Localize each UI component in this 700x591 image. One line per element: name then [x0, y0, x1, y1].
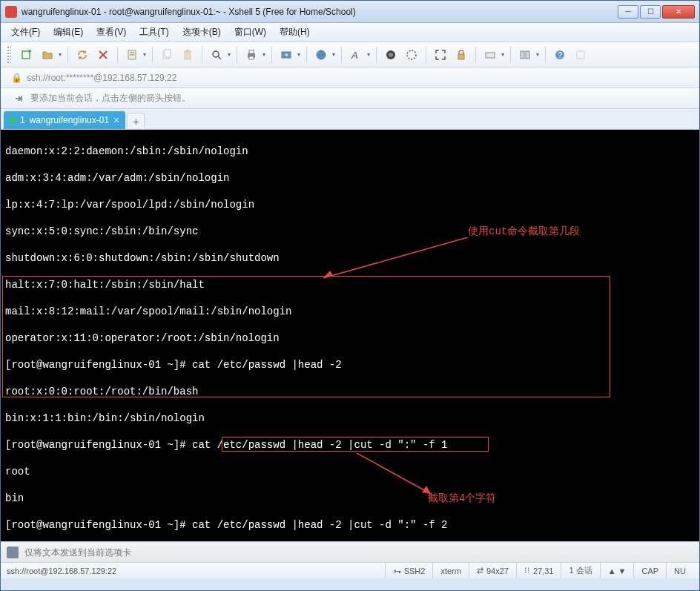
ssh-icon: 🗝 [393, 567, 401, 575]
terminal-line: adm:x:3:4:adm:/var/adm:/sbin/nologin [5, 171, 695, 185]
status-size: ⇄94x27 [469, 563, 516, 578]
close-button[interactable]: ✕ [662, 5, 695, 19]
tab-label: wangruifenglinux-01 [30, 115, 109, 125]
about-button[interactable] [572, 47, 589, 63]
menu-tools[interactable]: 工具(T) [133, 24, 174, 41]
find-button[interactable] [208, 47, 225, 63]
chevron-down-icon[interactable]: ▾ [367, 51, 370, 58]
menu-file[interactable]: 文件(F) [5, 24, 46, 41]
print-button[interactable] [243, 47, 260, 63]
terminal[interactable]: daemon:x:2:2:daemon:/sbin:/sbin/nologin … [1, 130, 699, 541]
menu-help[interactable]: 帮助(H) [274, 24, 316, 41]
tab-index: 1 [20, 115, 25, 125]
send-input[interactable] [24, 547, 693, 558]
minimize-button[interactable]: ─ [618, 5, 638, 19]
terminal-line: [root@wangruifenglinux-01 ~]# cat /etc/p… [5, 518, 695, 532]
tabs-bar: 1 wangruifenglinux-01 × + [1, 109, 699, 130]
chevron-down-icon[interactable]: ▾ [228, 51, 231, 58]
app-icon [5, 6, 17, 18]
menu-tabs[interactable]: 选项卡(B) [176, 24, 227, 41]
new-tab-button[interactable]: + [127, 113, 145, 129]
chevron-down-icon[interactable]: ▾ [332, 51, 335, 58]
maximize-button[interactable]: ☐ [640, 5, 661, 19]
reconnect-button[interactable] [74, 47, 90, 63]
svg-rect-27 [521, 51, 524, 59]
properties-button[interactable] [124, 47, 140, 63]
status-num: NU [666, 563, 693, 578]
svg-rect-15 [249, 50, 254, 53]
new-session-button[interactable] [19, 47, 35, 63]
paste-button[interactable] [179, 47, 196, 63]
annotation-text-2: 截取第4个字符 [428, 492, 496, 505]
layout-button[interactable] [517, 47, 533, 63]
disconnect-button[interactable] [95, 47, 111, 63]
send-icon[interactable] [7, 547, 19, 558]
terminal-line: daemon:x:2:2:daemon:/sbin:/sbin/nologin [5, 145, 695, 158]
terminal-line: [root@wangruifenglinux-01 ~]# cat /etc/p… [5, 358, 695, 372]
fullscreen-button[interactable] [432, 47, 449, 63]
status-cap: CAP [633, 563, 666, 578]
globe-button[interactable] [313, 47, 329, 63]
highlight-button[interactable] [403, 47, 420, 63]
font-button[interactable]: A [348, 47, 364, 63]
svg-rect-10 [185, 51, 191, 59]
copy-button[interactable] [159, 47, 175, 63]
help-button[interactable]: ? [552, 47, 568, 63]
hint-bar: 要添加当前会话，点击左侧的箭头按钮。 [1, 88, 699, 109]
window-title: wangruifenglinux-01 - root@wangruifengli… [22, 7, 616, 17]
terminal-line: root:x:0:0:root:/root:/bin/bash [5, 385, 695, 398]
terminal-line: bin [5, 492, 695, 505]
svg-rect-0 [22, 51, 30, 59]
svg-text:?: ? [558, 51, 563, 59]
chevron-down-icon[interactable]: ▾ [501, 51, 504, 58]
svg-line-13 [218, 56, 221, 59]
chevron-down-icon[interactable]: ▾ [143, 51, 146, 58]
svg-text:A: A [351, 50, 358, 61]
status-term: xterm [432, 563, 469, 578]
close-tab-button[interactable]: × [113, 115, 119, 125]
drag-handle[interactable] [7, 46, 11, 64]
color-scheme-button[interactable] [383, 47, 399, 63]
arrow-icon[interactable] [14, 93, 24, 104]
annotation-text-1: 使用cut命令截取第几段 [468, 225, 580, 238]
chevron-down-icon[interactable]: ▾ [59, 51, 62, 58]
terminal-line: sync:x:5:0:sync:/sbin:/bin/sync [5, 225, 695, 238]
svg-marker-33 [323, 271, 333, 278]
keyboard-button[interactable] [482, 47, 498, 63]
transfer-button[interactable] [278, 47, 294, 63]
address-text[interactable]: ssh://root:********@192.168.57.129:22 [27, 73, 176, 83]
chevron-down-icon[interactable]: ▾ [262, 51, 265, 58]
svg-rect-28 [526, 51, 529, 59]
session-tab[interactable]: 1 wangruifenglinux-01 × [4, 111, 125, 129]
hint-text: 要添加当前会话，点击左侧的箭头按钮。 [30, 92, 191, 105]
terminal-line: bin:x:1:1:bin:/bin:/sbin/nologin [5, 412, 695, 425]
lock-button[interactable] [453, 47, 469, 63]
terminal-line: shutdown:x:6:0:shutdown:/sbin:/sbin/shut… [5, 251, 695, 265]
chevron-down-icon[interactable]: ▾ [536, 51, 539, 58]
svg-rect-11 [186, 50, 189, 52]
terminal-line: halt:x:7:0:halt:/sbin:/sbin/halt [5, 278, 695, 291]
status-protocol: 🗝SSH2 [385, 563, 433, 578]
menu-edit[interactable]: 编辑(E) [47, 24, 89, 41]
menu-window[interactable]: 窗口(W) [228, 24, 272, 41]
chevron-down-icon[interactable]: ▾ [297, 51, 300, 58]
pin-icon: ⁝⁝ [524, 566, 530, 575]
grid-icon: ⇄ [477, 566, 483, 575]
open-button[interactable] [39, 47, 56, 63]
window-titlebar: wangruifenglinux-01 - root@wangruifengli… [1, 1, 699, 23]
terminal-line: operator:x:11:0:operator:/root:/sbin/nol… [5, 331, 695, 345]
send-bar [1, 541, 699, 562]
terminal-line: [root@wangruifenglinux-01 ~]# cat /etc/p… [5, 438, 695, 452]
address-bar: 🔒 ssh://root:********@192.168.57.129:22 [1, 67, 699, 88]
menu-view[interactable]: 查看(V) [90, 24, 132, 41]
toolbar: ▾ ▾ ▾ ▾ ▾ ▾ A▾ ▾ ▾ ? [1, 42, 699, 67]
status-triangle[interactable]: ▲ ▼ [600, 563, 634, 578]
svg-rect-9 [165, 50, 171, 57]
status-connection: ssh://root@192.168.57.129:22 [7, 567, 116, 575]
lock-icon: 🔒 [11, 73, 22, 83]
svg-rect-16 [249, 56, 254, 59]
svg-rect-24 [486, 53, 495, 58]
svg-point-21 [389, 53, 393, 57]
terminal-line: mail:x:8:12:mail:/var/spool/mail:/sbin/n… [5, 305, 695, 318]
svg-rect-23 [458, 54, 464, 59]
